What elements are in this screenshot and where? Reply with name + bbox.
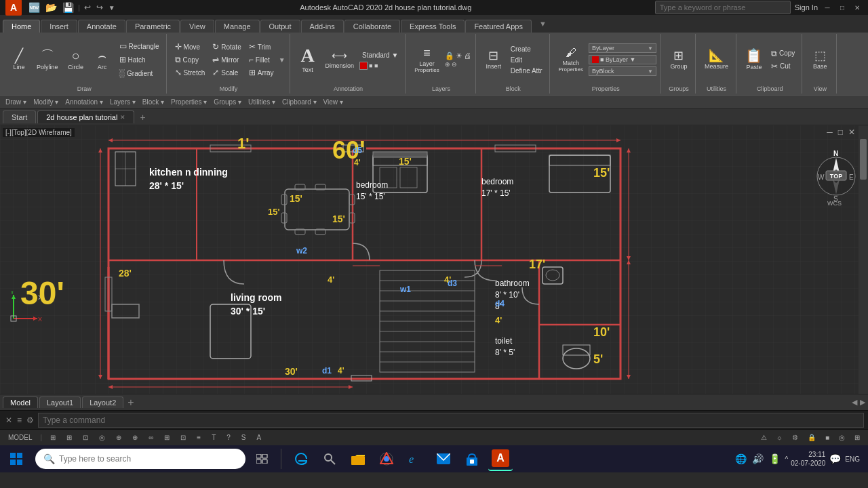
- doc-tab-start[interactable]: Start: [3, 110, 36, 123]
- match-properties-button[interactable]: 🖌 Match Properties: [555, 45, 587, 75]
- edit-block[interactable]: Edit: [508, 55, 545, 65]
- taskbar-store[interactable]: [460, 447, 484, 471]
- group-button[interactable]: ⊞ Group: [667, 47, 691, 72]
- isolation-obj[interactable]: ☼: [774, 433, 785, 442]
- copy-clipboard-button[interactable]: ⧉ Copy: [768, 47, 797, 60]
- hatch-button[interactable]: ⊞ Hatch: [117, 54, 162, 66]
- systray-more[interactable]: ^: [785, 455, 788, 463]
- tab-addins[interactable]: Add-ins: [301, 20, 344, 33]
- rotate-button[interactable]: ↻ Rotate: [210, 41, 243, 53]
- taskview-button[interactable]: [251, 451, 274, 466]
- taskbar-mail[interactable]: [431, 447, 456, 471]
- undo-btn[interactable]: ↩: [83, 3, 92, 12]
- quick-access-new[interactable]: 🆕: [27, 2, 41, 13]
- qp-toggle[interactable]: ?: [224, 433, 233, 442]
- workspace[interactable]: ⚙: [789, 433, 801, 442]
- tab-collaborate[interactable]: Collaborate: [344, 20, 400, 33]
- insert-button[interactable]: ⊟ Insert: [481, 47, 506, 72]
- base-button[interactable]: ⬚ Base: [808, 47, 832, 72]
- quick-access-open[interactable]: 📂: [44, 2, 58, 13]
- circle-button[interactable]: ○ Circle: [64, 47, 88, 73]
- layout-tab-model[interactable]: Model: [3, 396, 38, 408]
- ribbon-search[interactable]: [655, 1, 791, 14]
- style-select[interactable]: Standard ▼: [359, 50, 401, 60]
- new-tab-button[interactable]: +: [136, 110, 149, 124]
- layout-tab-layout1[interactable]: Layout1: [39, 396, 81, 408]
- lang-indicator[interactable]: ENG: [845, 455, 860, 463]
- otrack-toggle[interactable]: ∞: [146, 433, 156, 442]
- am-toggle[interactable]: A: [254, 433, 264, 442]
- lock-ui[interactable]: 🔒: [805, 433, 818, 442]
- layout-tab-layout2[interactable]: Layout2: [82, 396, 123, 408]
- cmd-settings[interactable]: ⚙: [25, 414, 35, 426]
- taskbar-search-app[interactable]: [317, 447, 342, 471]
- move-button[interactable]: ✛ Move: [172, 41, 208, 53]
- tab-express[interactable]: Express Tools: [401, 20, 465, 33]
- snap-toggle[interactable]: ⊞: [47, 433, 58, 442]
- color-swatch[interactable]: [359, 62, 368, 70]
- minimize-button[interactable]: ─: [822, 2, 833, 13]
- line-button[interactable]: ╱ Line: [7, 47, 31, 73]
- hardware-accel[interactable]: ■: [823, 433, 832, 442]
- cmd-history[interactable]: ≡: [16, 414, 23, 426]
- quick-access-more[interactable]: ▼: [107, 4, 117, 12]
- redo-btn[interactable]: ↪: [95, 3, 104, 12]
- tab-annotate[interactable]: Annotate: [78, 20, 125, 33]
- measure-button[interactable]: 📐 Measure: [701, 47, 732, 72]
- taskbar-search[interactable]: 🔍: [35, 449, 245, 469]
- clock-date[interactable]: 23:11 02-07-2020: [791, 450, 825, 468]
- signin-btn[interactable]: Sign In: [795, 3, 818, 12]
- paste-button[interactable]: 📋 Paste: [742, 47, 766, 73]
- trim-button[interactable]: ✂ Trim: [246, 41, 277, 53]
- tab-home[interactable]: Home: [3, 20, 40, 33]
- taskbar-explorer[interactable]: [346, 447, 370, 471]
- lwt-toggle[interactable]: ≡: [194, 433, 203, 442]
- taskbar-autocad[interactable]: A: [488, 447, 513, 471]
- maximize-button[interactable]: □: [837, 2, 848, 13]
- tpy-toggle[interactable]: T: [209, 433, 218, 442]
- modify-expand[interactable]: ▼: [279, 56, 285, 64]
- model-indicator[interactable]: MODEL: [5, 433, 35, 442]
- copy-button[interactable]: ⧉ Copy: [172, 54, 208, 66]
- tab-output[interactable]: Output: [260, 20, 300, 33]
- volume-icon[interactable]: 🔊: [751, 452, 765, 466]
- polyline-button[interactable]: ⌒ Polyline: [33, 47, 62, 73]
- array-button[interactable]: ⊞ Array: [246, 66, 277, 79]
- ribbon-search-input[interactable]: [660, 3, 786, 12]
- network-icon[interactable]: 🌐: [734, 452, 748, 466]
- ducs-toggle[interactable]: ⊞: [161, 433, 172, 442]
- ucs-close[interactable]: ✕: [37, 293, 44, 302]
- cut-button[interactable]: ✂ Cut: [768, 60, 797, 73]
- ortho-toggle[interactable]: ⊡: [80, 433, 91, 442]
- annotation-monitor[interactable]: ⚠: [758, 433, 770, 442]
- start-button[interactable]: [3, 445, 30, 472]
- tab-insert[interactable]: Insert: [41, 20, 77, 33]
- tab-parametric[interactable]: Parametric: [126, 20, 180, 33]
- doc-tab-drawing[interactable]: 2d house plan tutorial ✕: [37, 110, 134, 123]
- layout-scroll-left[interactable]: ◀: [852, 398, 857, 407]
- viewport-scrollbar[interactable]: [859, 125, 868, 410]
- fillet-button[interactable]: ⌐ Fillet: [246, 54, 277, 66]
- command-input[interactable]: [38, 413, 864, 428]
- arc-button[interactable]: ⌢ Arc: [90, 47, 115, 73]
- 3dosnap-toggle[interactable]: ⊕: [130, 433, 140, 442]
- dyn-toggle[interactable]: ⊡: [178, 433, 189, 442]
- gradient-button[interactable]: ░ Gradient: [117, 67, 162, 79]
- osnap-toggle[interactable]: ⊕: [113, 433, 124, 442]
- notifications-icon[interactable]: 💬: [828, 452, 842, 466]
- vp-minimize[interactable]: ─: [825, 127, 835, 138]
- create-block[interactable]: Create: [508, 44, 545, 54]
- battery-icon[interactable]: 🔋: [768, 452, 782, 466]
- clean-screen[interactable]: ⊞: [852, 433, 863, 442]
- tab-view[interactable]: View: [180, 20, 214, 33]
- quick-access-save[interactable]: 💾: [61, 2, 75, 13]
- cmd-clear[interactable]: ✕: [4, 414, 14, 426]
- tab-featured[interactable]: Featured Apps: [465, 20, 532, 33]
- layout-scroll-right[interactable]: ▶: [860, 398, 865, 407]
- layout-tab-add[interactable]: +: [125, 396, 136, 409]
- stretch-button[interactable]: ⤡ Stretch: [172, 66, 208, 79]
- scale-button[interactable]: ⤢ Scale: [210, 66, 243, 79]
- layer-dropdown[interactable]: ByLayer ▼: [589, 43, 656, 53]
- grid-toggle[interactable]: ⊞: [64, 433, 75, 442]
- doc-tab-close[interactable]: ✕: [120, 114, 125, 121]
